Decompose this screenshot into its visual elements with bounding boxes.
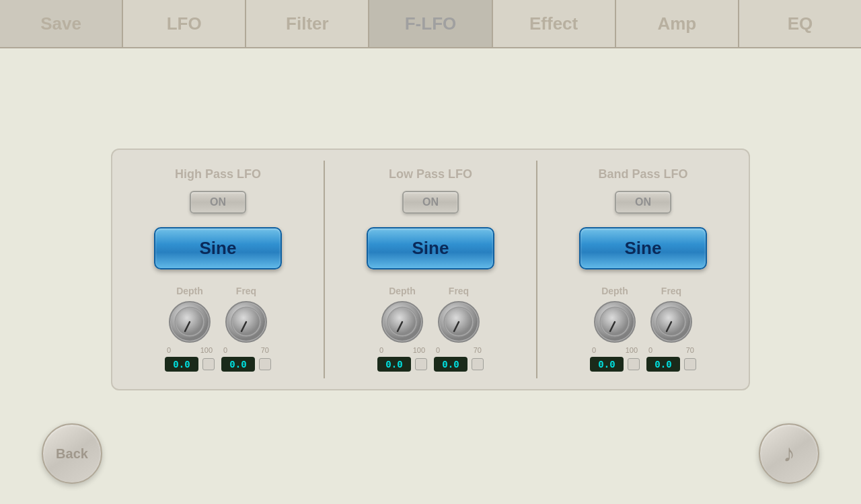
tab-f-lfo[interactable]: F-LFO	[369, 0, 492, 47]
high-pass-on-button[interactable]: ON	[190, 191, 246, 214]
music-button[interactable]: ♪	[759, 423, 819, 484]
low-pass-freq-value[interactable]: 0.0	[434, 357, 467, 372]
top-navigation: Save LFO Filter F-LFO Effect Amp EQ	[0, 0, 861, 48]
band-pass-freq-group: Freq 0 70 0.0	[646, 286, 696, 372]
high-pass-freq-check[interactable]	[259, 358, 271, 370]
low-pass-on-button[interactable]: ON	[402, 191, 459, 214]
band-pass-freq-value-row: 0.0	[646, 357, 696, 372]
high-pass-sine-button[interactable]: Sine	[154, 227, 282, 269]
high-pass-freq-value[interactable]: 0.0	[221, 357, 255, 372]
band-pass-freq-range: 0 70	[648, 346, 694, 354]
band-pass-knob-row: Depth 0 100 0.0	[551, 286, 735, 372]
tab-effect[interactable]: Effect	[493, 0, 616, 47]
low-pass-sine-button[interactable]: Sine	[367, 227, 494, 269]
low-pass-depth-value[interactable]: 0.0	[377, 357, 411, 372]
high-pass-freq-knob[interactable]	[223, 299, 269, 345]
band-pass-freq-value[interactable]: 0.0	[646, 357, 680, 372]
tab-lfo[interactable]: LFO	[123, 0, 246, 47]
low-pass-title: Low Pass LFO	[389, 167, 472, 181]
band-pass-depth-range: 0 100	[592, 346, 638, 354]
low-pass-knob-row: Depth 0 100 0.0	[338, 286, 523, 372]
low-pass-depth-knob[interactable]	[379, 299, 425, 345]
high-pass-depth-label: Depth	[176, 286, 203, 296]
low-pass-freq-group: Freq 0 70 0.0	[434, 286, 484, 372]
tab-save[interactable]: Save	[0, 0, 123, 47]
band-pass-depth-label: Depth	[601, 286, 628, 296]
high-pass-lfo-section: High Pass LFO ON Sine Depth	[112, 161, 325, 378]
low-pass-depth-value-row: 0.0	[377, 357, 427, 372]
low-pass-depth-range: 0 100	[379, 346, 425, 354]
band-pass-sine-button[interactable]: Sine	[579, 227, 707, 269]
high-pass-freq-group: Freq 0 70 0.0	[221, 286, 271, 372]
band-pass-depth-group: Depth 0 100 0.0	[590, 286, 640, 372]
band-pass-depth-value-row: 0.0	[590, 357, 640, 372]
high-pass-depth-group: Depth	[165, 286, 215, 372]
low-pass-freq-range: 0 70	[436, 346, 482, 354]
band-pass-freq-knob[interactable]	[648, 299, 694, 345]
high-pass-title: High Pass LFO	[175, 167, 261, 181]
high-pass-depth-range: 0 100	[167, 346, 213, 354]
high-pass-depth-check[interactable]	[202, 358, 215, 370]
high-pass-freq-label: Freq	[236, 286, 256, 296]
low-pass-depth-group: Depth 0 100 0.0	[377, 286, 427, 372]
low-pass-depth-label: Depth	[389, 286, 416, 296]
tab-eq[interactable]: EQ	[739, 0, 861, 47]
low-pass-freq-label: Freq	[449, 286, 469, 296]
band-pass-depth-knob[interactable]	[592, 299, 638, 345]
band-pass-on-button[interactable]: ON	[615, 191, 671, 214]
high-pass-freq-value-row: 0.0	[221, 357, 271, 372]
high-pass-knob-row: Depth	[126, 286, 310, 372]
low-pass-freq-value-row: 0.0	[434, 357, 484, 372]
band-pass-lfo-section: Band Pass LFO ON Sine Depth 0 100	[537, 161, 749, 378]
main-content: High Pass LFO ON Sine Depth	[0, 48, 861, 504]
band-pass-depth-value[interactable]: 0.0	[590, 357, 624, 372]
low-pass-freq-knob[interactable]	[436, 299, 482, 345]
low-pass-depth-check[interactable]	[415, 358, 427, 370]
band-pass-title: Band Pass LFO	[598, 167, 687, 181]
high-pass-freq-range: 0 70	[223, 346, 269, 354]
low-pass-lfo-section: Low Pass LFO ON Sine Depth 0 100	[325, 161, 537, 378]
high-pass-depth-value-row: 0.0	[165, 357, 215, 372]
band-pass-freq-check[interactable]	[684, 358, 696, 370]
tab-filter[interactable]: Filter	[246, 0, 369, 47]
low-pass-freq-check[interactable]	[472, 358, 484, 370]
band-pass-freq-label: Freq	[661, 286, 681, 296]
tab-amp[interactable]: Amp	[616, 0, 739, 47]
high-pass-depth-value[interactable]: 0.0	[165, 357, 198, 372]
band-pass-depth-check[interactable]	[628, 358, 640, 370]
lfo-panel: High Pass LFO ON Sine Depth	[111, 149, 750, 390]
back-button[interactable]: Back	[42, 423, 102, 484]
high-pass-depth-knob[interactable]	[167, 299, 213, 345]
music-note-icon: ♪	[783, 439, 795, 468]
